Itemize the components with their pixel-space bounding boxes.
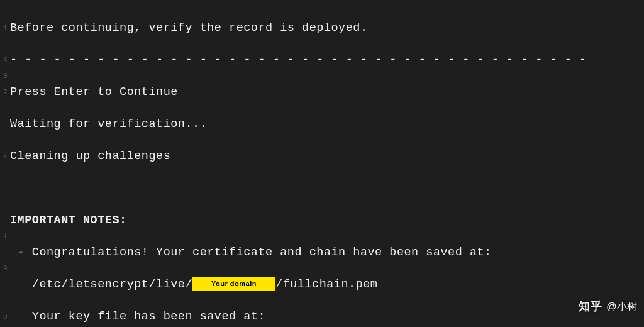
redaction-domain-1: Your domain [192, 277, 275, 291]
line-key-saved: Your key file has been saved at: [10, 309, 639, 325]
watermark: 知乎 @小树 [579, 299, 638, 314]
terminal-output: Before continuing, verify the record is … [10, 4, 639, 327]
line-separator-dashes: - - - - - - - - - - - - - - - - - - - - … [10, 52, 639, 69]
line-congrats: - Congratulations! Your certificate and … [10, 245, 639, 261]
line-verify-record: Before continuing, verify the record is … [10, 20, 639, 36]
zhihu-logo-icon: 知乎 [579, 299, 602, 314]
line-waiting: Waiting for verification... [10, 116, 639, 133]
line-number-gutter: i 6 9 7 k i 9 0 [0, 0, 8, 327]
blank-line [10, 180, 639, 197]
line-fullchain-path: /etc/letsencrypt/live/Your domain/fullch… [10, 277, 639, 293]
heading-important-notes: IMPORTANT NOTES: [10, 213, 639, 229]
watermark-handle: @小树 [606, 300, 638, 314]
line-press-enter[interactable]: Press Enter to Continue [10, 84, 639, 101]
line-cleaning: Cleaning up challenges [10, 148, 639, 165]
